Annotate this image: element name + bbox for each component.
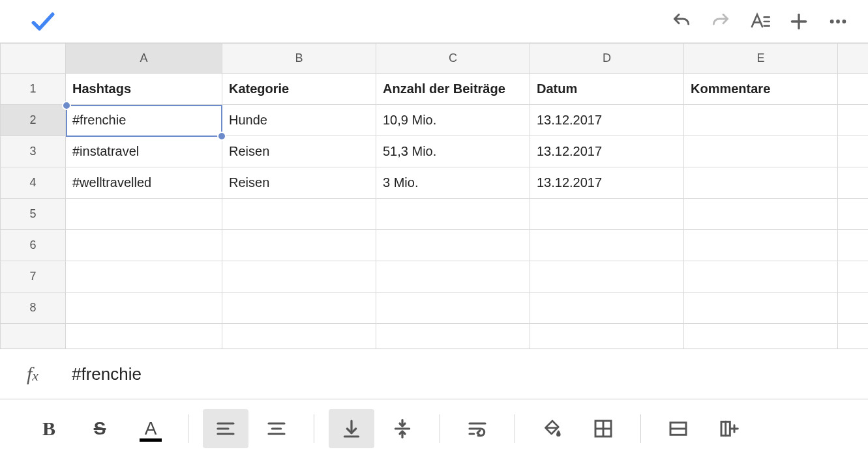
cell[interactable] bbox=[376, 261, 530, 293]
text-wrap-button[interactable] bbox=[455, 409, 500, 448]
cell[interactable] bbox=[838, 167, 869, 199]
text-color-icon: A bbox=[145, 418, 157, 439]
cell[interactable] bbox=[376, 293, 530, 324]
merge-cells-button[interactable] bbox=[655, 409, 701, 448]
bold-button[interactable]: B bbox=[26, 409, 72, 448]
valign-middle-button[interactable] bbox=[380, 409, 425, 448]
cell[interactable] bbox=[684, 261, 838, 293]
cell[interactable] bbox=[530, 261, 684, 293]
cell[interactable]: #instatravel bbox=[66, 136, 222, 167]
column-header-A[interactable]: A bbox=[66, 44, 222, 74]
cell[interactable] bbox=[684, 230, 838, 261]
row-header[interactable]: 3 bbox=[1, 136, 66, 167]
align-left-icon bbox=[215, 418, 236, 439]
cell[interactable] bbox=[684, 293, 838, 324]
cell[interactable]: #welltravelled bbox=[66, 167, 222, 199]
cell[interactable] bbox=[684, 167, 838, 199]
cell[interactable] bbox=[684, 324, 838, 349]
cell[interactable] bbox=[684, 136, 838, 167]
select-all-corner[interactable] bbox=[1, 44, 66, 74]
toolbar-divider bbox=[515, 414, 515, 443]
cell[interactable]: 13.12.2017 bbox=[530, 105, 684, 136]
fill-color-button[interactable] bbox=[530, 409, 575, 448]
cell[interactable] bbox=[530, 230, 684, 261]
column-header-B[interactable]: B bbox=[222, 44, 376, 74]
cell[interactable]: 51,3 Mio. bbox=[376, 136, 530, 167]
insert-column-icon bbox=[719, 418, 740, 439]
cell[interactable] bbox=[684, 105, 838, 136]
cell[interactable] bbox=[530, 324, 684, 349]
cell[interactable]: Hashtags bbox=[66, 74, 222, 105]
cell[interactable] bbox=[838, 293, 869, 324]
cell[interactable]: Anzahl der Beiträge bbox=[376, 74, 530, 105]
row-header[interactable]: 1 bbox=[1, 74, 66, 105]
merge-cells-icon bbox=[668, 418, 689, 439]
row-header[interactable]: 7 bbox=[1, 261, 66, 293]
cell[interactable]: 10,9 Mio. bbox=[376, 105, 530, 136]
cell[interactable] bbox=[376, 230, 530, 261]
cell[interactable] bbox=[838, 136, 869, 167]
borders-button[interactable] bbox=[580, 409, 626, 448]
cell[interactable] bbox=[838, 324, 869, 349]
row-header[interactable] bbox=[1, 324, 66, 349]
row-header[interactable]: 6 bbox=[1, 230, 66, 261]
column-header-D[interactable]: D bbox=[530, 44, 684, 74]
align-left-button[interactable] bbox=[203, 409, 248, 448]
redo-button[interactable] bbox=[701, 6, 740, 37]
cell[interactable] bbox=[376, 324, 530, 349]
cell[interactable] bbox=[66, 230, 222, 261]
top-toolbar bbox=[0, 0, 868, 43]
formula-input[interactable] bbox=[65, 364, 868, 384]
cell[interactable] bbox=[530, 199, 684, 230]
svg-point-6 bbox=[836, 20, 840, 23]
cell[interactable] bbox=[66, 199, 222, 230]
cell[interactable]: 3 Mio. bbox=[376, 167, 530, 199]
insert-button[interactable] bbox=[779, 6, 818, 37]
row-header[interactable]: 5 bbox=[1, 199, 66, 230]
cell[interactable] bbox=[222, 324, 376, 349]
more-button[interactable] bbox=[818, 6, 858, 37]
cell[interactable]: Kommentare bbox=[684, 74, 838, 105]
toolbar-divider bbox=[640, 414, 641, 443]
column-header-extra[interactable] bbox=[838, 44, 869, 74]
cell[interactable] bbox=[684, 199, 838, 230]
cell[interactable]: Reisen bbox=[222, 136, 376, 167]
cell[interactable] bbox=[838, 199, 869, 230]
cell[interactable]: Reisen bbox=[222, 167, 376, 199]
cell[interactable] bbox=[838, 261, 869, 293]
column-header-C[interactable]: C bbox=[376, 44, 530, 74]
cell[interactable]: 13.12.2017 bbox=[530, 167, 684, 199]
undo-button[interactable] bbox=[662, 6, 701, 37]
insert-column-button[interactable] bbox=[706, 409, 752, 448]
row-header[interactable]: 4 bbox=[1, 167, 66, 199]
cell[interactable]: Kategorie bbox=[222, 74, 376, 105]
cell[interactable] bbox=[838, 74, 869, 105]
cell[interactable] bbox=[222, 261, 376, 293]
cell[interactable] bbox=[838, 105, 869, 136]
valign-bottom-button[interactable] bbox=[329, 409, 374, 448]
svg-point-5 bbox=[830, 20, 834, 23]
cell[interactable] bbox=[66, 293, 222, 324]
spreadsheet-grid[interactable]: A B C D E 1 Hashtags Kategorie Anzahl de… bbox=[0, 43, 868, 349]
cell[interactable] bbox=[222, 199, 376, 230]
cell[interactable] bbox=[838, 230, 869, 261]
cell[interactable] bbox=[222, 293, 376, 324]
cell[interactable]: Datum bbox=[530, 74, 684, 105]
cell[interactable] bbox=[222, 230, 376, 261]
toolbar-divider bbox=[188, 414, 188, 443]
cell[interactable] bbox=[530, 293, 684, 324]
cell[interactable] bbox=[66, 324, 222, 349]
cell[interactable] bbox=[376, 199, 530, 230]
cell[interactable]: #frenchie bbox=[66, 105, 222, 136]
cell[interactable]: 13.12.2017 bbox=[530, 136, 684, 167]
cell[interactable]: Hunde bbox=[222, 105, 376, 136]
align-center-button[interactable] bbox=[254, 409, 299, 448]
text-format-button[interactable] bbox=[740, 6, 779, 37]
cell[interactable] bbox=[66, 261, 222, 293]
column-header-E[interactable]: E bbox=[684, 44, 838, 74]
row-header[interactable]: 2 bbox=[1, 105, 66, 136]
strikethrough-button[interactable]: S bbox=[77, 409, 123, 448]
text-color-button[interactable]: A bbox=[128, 409, 173, 448]
confirm-button[interactable] bbox=[23, 6, 63, 37]
row-header[interactable]: 8 bbox=[1, 293, 66, 324]
